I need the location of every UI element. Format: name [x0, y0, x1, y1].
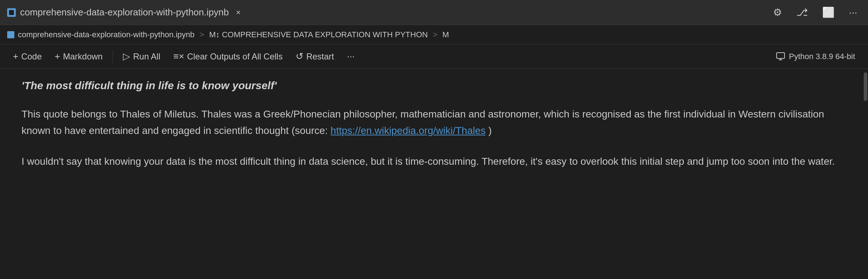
notebook-toolbar: + Code + Markdown ▷ Run All ≡× Clear Out…: [0, 44, 868, 69]
more-toolbar-icon: ···: [347, 51, 355, 62]
run-all-button[interactable]: ▷ Run All: [117, 48, 166, 65]
paragraph-1-end: ): [488, 125, 492, 136]
clear-outputs-icon: ≡×: [173, 51, 184, 62]
breadcrumb-section[interactable]: M↕ COMPREHENSIVE DATA EXPLORATION WITH P…: [209, 30, 428, 39]
layout-icon-button[interactable]: ⬜: [819, 4, 838, 20]
svg-rect-0: [777, 53, 784, 58]
add-markdown-button[interactable]: + Markdown: [49, 48, 109, 65]
clear-outputs-button[interactable]: ≡× Clear Outputs of All Cells: [168, 48, 288, 65]
tab-close-button[interactable]: ×: [233, 6, 243, 19]
restart-icon: ↺: [296, 51, 304, 62]
breadcrumb-file-icon: [7, 31, 14, 38]
add-code-label: Code: [21, 52, 42, 62]
add-markdown-plus-icon: +: [55, 51, 60, 62]
tab-title: comprehensive-data-exploration-with-pyth…: [20, 7, 229, 18]
clear-outputs-label: Clear Outputs of All Cells: [187, 52, 283, 62]
quote-text: 'The most difficult thing in life is to …: [22, 80, 846, 92]
kernel-computer-icon: [776, 52, 785, 61]
breadcrumb-separator-1: >: [200, 30, 204, 39]
cell-content: 'The most difficult thing in life is to …: [22, 80, 846, 170]
tab-right: ⚙ ⎇ ⬜ ···: [769, 4, 861, 20]
tab-bar: comprehensive-data-exploration-with-pyth…: [0, 0, 868, 25]
breadcrumb-filename[interactable]: comprehensive-data-exploration-with-pyth…: [18, 30, 195, 39]
paragraph-2: I wouldn't say that knowing your data is…: [22, 153, 846, 170]
add-markdown-label: Markdown: [63, 52, 103, 62]
add-code-plus-icon: +: [13, 51, 18, 62]
kernel-label: Python 3.8.9 64-bit: [789, 52, 855, 61]
restart-button[interactable]: ↺ Restart: [290, 48, 340, 65]
more-toolbar-button[interactable]: ···: [341, 48, 361, 65]
source-control-icon-button[interactable]: ⎇: [793, 4, 811, 20]
scrollbar-thumb[interactable]: [864, 72, 867, 101]
breadcrumb-subsection[interactable]: M: [443, 30, 449, 39]
restart-label: Restart: [306, 52, 334, 62]
run-all-label: Run All: [133, 52, 160, 62]
notebook-content: 'The most difficult thing in life is to …: [0, 69, 868, 279]
tab-left: comprehensive-data-exploration-with-pyth…: [7, 6, 243, 19]
paragraph-1: This quote belongs to Thales of Miletus.…: [22, 106, 846, 139]
kernel-selector[interactable]: Python 3.8.9 64-bit: [770, 49, 861, 64]
more-options-icon-button[interactable]: ···: [845, 5, 861, 20]
scrollbar[interactable]: [863, 69, 868, 279]
wikipedia-link[interactable]: https://en.wikipedia.org/wiki/Thales: [330, 125, 486, 136]
toolbar-divider-1: [113, 50, 113, 63]
breadcrumb-separator-2: >: [433, 30, 438, 39]
notebook-tab-icon: [7, 8, 16, 17]
breadcrumb: comprehensive-data-exploration-with-pyth…: [0, 25, 868, 44]
run-all-icon: ▷: [123, 51, 130, 62]
settings-icon-button[interactable]: ⚙: [769, 4, 786, 20]
add-code-button[interactable]: + Code: [7, 48, 48, 65]
